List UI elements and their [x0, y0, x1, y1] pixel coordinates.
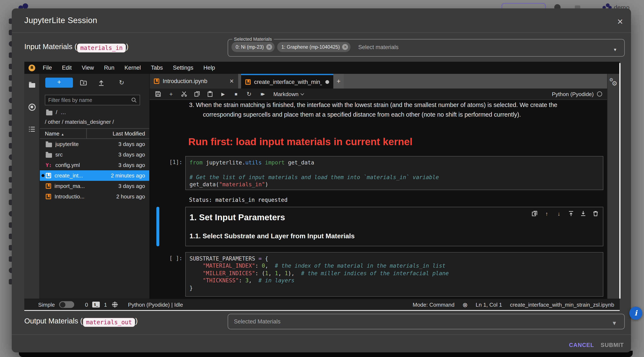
tab-close-icon[interactable]: ✕: [229, 78, 234, 84]
chip-remove-icon[interactable]: ✕: [342, 44, 348, 50]
kernels-count[interactable]: 1: [104, 301, 107, 308]
restart-run-all-button[interactable]: ▶▶: [259, 91, 266, 97]
header-divider: [12, 32, 631, 33]
markdown-paragraph: corresponding supercells and place them …: [203, 111, 589, 118]
code-cell-1[interactable]: from jupyterlite.utils import get_data# …: [185, 156, 603, 190]
move-cell-up-button[interactable]: ↑: [544, 210, 550, 217]
running-sessions-icon[interactable]: [28, 103, 36, 111]
mode-indicator[interactable]: Mode: Command: [413, 301, 454, 308]
selected-materials-legend: Selected Materials: [232, 37, 274, 42]
notebook-file-icon: [46, 194, 51, 199]
menu-item-file[interactable]: File: [38, 62, 57, 74]
cell-type-dropdown[interactable]: Markdown: [273, 91, 304, 97]
sort-asc-icon: ▲: [61, 133, 64, 136]
stop-button[interactable]: ■: [233, 91, 240, 97]
move-cell-down-button[interactable]: ↓: [556, 210, 562, 217]
new-tab-button[interactable]: +: [333, 74, 344, 89]
panel-bottom-line: [24, 310, 620, 311]
trust-shield-icon[interactable]: ⊗: [462, 301, 468, 308]
insert-cell-above-button[interactable]: [568, 210, 574, 217]
restart-kernel-button[interactable]: ↻: [246, 91, 252, 97]
notebook-content[interactable]: 3. When the strain matching is finished,…: [150, 100, 607, 299]
menu-item-kernel[interactable]: Kernel: [120, 62, 146, 74]
file-row[interactable]: jupyterlite 3 days ago: [40, 139, 149, 149]
tab-create-interface[interactable]: create_interface_with_min_: [241, 74, 333, 89]
file-row-selected[interactable]: create_int... 2 minutes ago: [40, 170, 149, 181]
menu-bar: File Edit View Run Kernel Tabs Settings …: [24, 62, 620, 74]
jupyterlite-session-modal: JupyterLite Session ✕ Input Materials (m…: [12, 9, 631, 352]
duplicate-cell-button[interactable]: [531, 210, 538, 217]
file-list: jupyterlite 3 days ago src 3 days ago Y:…: [40, 139, 149, 202]
paste-cells-button[interactable]: [207, 91, 214, 97]
material-chip[interactable]: 0: Ni (mp-23) ✕: [232, 42, 274, 52]
output-materials-select[interactable]: Selected Materials ▼: [228, 314, 625, 329]
table-of-contents-icon[interactable]: [28, 125, 36, 133]
insert-cell-below-button[interactable]: [580, 210, 586, 217]
menu-item-view[interactable]: View: [77, 62, 99, 74]
new-folder-button[interactable]: [80, 80, 91, 86]
kernel-chip-icon: [112, 302, 118, 307]
file-browser: + ↻ Filter files by name: [40, 74, 150, 299]
delete-cell-button[interactable]: [592, 210, 599, 217]
submit-button[interactable]: SUBMIT: [600, 340, 624, 351]
kernel-status-icon: [597, 92, 602, 97]
insert-cell-button[interactable]: +: [168, 91, 174, 97]
cell-selection-bar[interactable]: [156, 207, 159, 246]
terminals-count[interactable]: 0: [85, 301, 88, 308]
breadcrumb[interactable]: / …: [46, 109, 66, 115]
cell-output: Status: materials_in requested: [189, 197, 288, 203]
markdown-h3: 1.1. Select Substrate and Layer from Inp…: [190, 232, 355, 240]
code-editor[interactable]: SUBSTRATE_PARAMETERS = { "MATERIAL_INDEX…: [186, 252, 603, 294]
file-row[interactable]: Introductio... 2 hours ago: [40, 191, 149, 202]
save-button[interactable]: [155, 91, 162, 97]
file-filter-input[interactable]: Filter files by name: [45, 95, 140, 105]
dropdown-caret-icon[interactable]: ▼: [613, 47, 617, 52]
chip-remove-icon[interactable]: ✕: [266, 44, 272, 50]
kernel-status-text[interactable]: Python (Pyodide) | Idle: [128, 301, 183, 308]
simple-mode-label: Simple: [38, 301, 55, 308]
tab-introduction[interactable]: Introduction.ipynb ✕: [150, 74, 238, 89]
cell-prompt: [ ]:: [160, 255, 182, 261]
simple-mode-toggle[interactable]: [59, 301, 74, 308]
markdown-paragraph: 3. When the strain matching is finished,…: [189, 102, 583, 108]
material-chip[interactable]: 1: Graphene (mp-1040425) ✕: [277, 42, 351, 52]
materials-in-badge: materials_in: [77, 44, 126, 53]
cancel-button[interactable]: CANCEL: [569, 340, 594, 351]
file-row[interactable]: src 3 days ago: [40, 149, 149, 160]
notebook-toolbar: + ▶ ■ ↻ ▶▶: [150, 89, 607, 100]
close-icon[interactable]: ✕: [615, 17, 625, 27]
property-inspector-strip[interactable]: ⚙⚙: [607, 74, 620, 299]
markdown-h2: 1. Set Input Parameters: [190, 212, 285, 222]
column-last-modified[interactable]: Last Modified: [87, 131, 149, 137]
kernel-name[interactable]: Python (Pyodide): [552, 91, 594, 97]
code-cell-2[interactable]: SUBSTRATE_PARAMETERS = { "MATERIAL_INDEX…: [185, 252, 603, 297]
upload-button[interactable]: [98, 80, 109, 86]
selected-materials-fieldset[interactable]: Selected Materials 0: Ni (mp-23) ✕ 1: Gr…: [228, 37, 625, 57]
home-folder-icon[interactable]: [46, 111, 52, 115]
menu-item-help[interactable]: Help: [198, 62, 220, 74]
markdown-cell[interactable]: 1. Set Input Parameters 1.1. Select Subs…: [185, 207, 603, 246]
run-button[interactable]: ▶: [220, 91, 226, 97]
modal-scrollbar[interactable]: [619, 63, 620, 299]
cursor-position[interactable]: Ln 1, Col 1: [476, 301, 502, 308]
menu-item-run[interactable]: Run: [99, 62, 120, 74]
info-fab-button[interactable]: i: [629, 307, 642, 320]
breadcrumb-path[interactable]: / other / materials_designer /: [45, 119, 114, 125]
menu-item-edit[interactable]: Edit: [57, 62, 77, 74]
search-icon: [131, 97, 137, 103]
new-launcher-button[interactable]: +: [45, 78, 73, 88]
refresh-button[interactable]: ↻: [116, 79, 127, 86]
status-bar: Simple 0 $_ 1 Python (Pyodide) | Idle Mo…: [24, 299, 620, 310]
cell-prompt: [1]:: [160, 159, 182, 165]
dropdown-caret-icon: ▼: [612, 320, 617, 326]
file-row[interactable]: import_ma... 3 days ago: [40, 181, 149, 191]
menu-item-tabs[interactable]: Tabs: [146, 62, 168, 74]
file-browser-tab-icon[interactable]: [28, 81, 36, 89]
menu-item-settings[interactable]: Settings: [168, 62, 198, 74]
code-editor[interactable]: from jupyterlite.utils import get_data# …: [186, 156, 603, 191]
copy-cells-button[interactable]: [194, 91, 200, 97]
file-row[interactable]: Y: config.yml 3 days ago: [40, 160, 149, 170]
select-materials-placeholder: Select materials: [358, 44, 398, 50]
cut-cells-button[interactable]: [181, 91, 188, 97]
column-name[interactable]: Name ▲: [40, 131, 83, 137]
